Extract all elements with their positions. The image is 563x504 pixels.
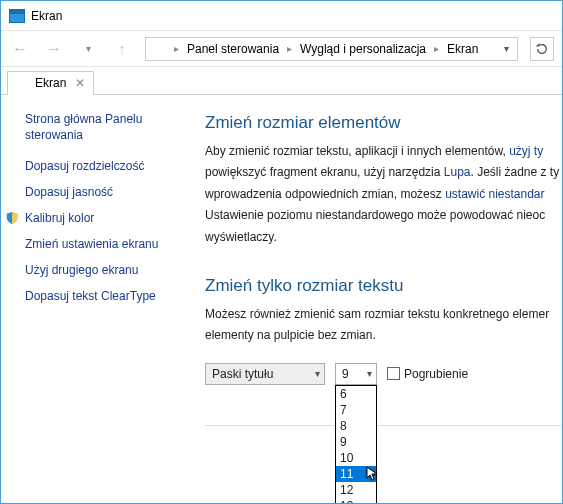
- tabstrip: Ekran ✕: [1, 67, 562, 95]
- forward-button[interactable]: →: [43, 38, 65, 60]
- up-button[interactable]: ↑: [111, 38, 133, 60]
- chevron-down-icon[interactable]: ▾: [504, 43, 513, 54]
- recent-dropdown[interactable]: ▾: [77, 38, 99, 60]
- link-magnifier[interactable]: Lupa: [444, 165, 471, 179]
- bold-checkbox-row[interactable]: Pogrubienie: [387, 363, 468, 385]
- chevron-right-icon: ▸: [172, 43, 181, 54]
- sidebar-link-label: Dopasuj rozdzielczość: [25, 159, 144, 173]
- link-use-these[interactable]: użyj ty: [509, 144, 543, 158]
- breadcrumb-seg-0[interactable]: Panel sterowania: [187, 42, 279, 56]
- size-dropdown-list[interactable]: 6789101112131415: [335, 385, 377, 504]
- chevron-down-icon: ▾: [367, 368, 372, 379]
- main-panel: Zmień rozmiar elementów Aby zmienić rozm…: [201, 95, 562, 504]
- size-option[interactable]: 9: [336, 434, 376, 450]
- titlebar: Ekran: [1, 1, 562, 31]
- chevron-down-icon: ▾: [315, 368, 320, 379]
- checkbox-icon[interactable]: [387, 367, 400, 380]
- breadcrumb-seg-2[interactable]: Ekran: [447, 42, 478, 56]
- breadcrumb[interactable]: ▸ Panel sterowania ▸ Wygląd i personaliz…: [145, 37, 518, 61]
- heading-resize-elements: Zmień rozmiar elementów: [205, 113, 562, 133]
- sidebar-link-label: Dopasuj jasność: [25, 185, 113, 199]
- chevron-right-icon: ▸: [285, 43, 294, 54]
- link-set-custom[interactable]: ustawić niestandar: [445, 187, 544, 201]
- checkbox-label: Pogrubienie: [404, 367, 468, 381]
- size-option[interactable]: 10: [336, 450, 376, 466]
- sidebar-link-display-settings[interactable]: Zmień ustawienia ekranu: [25, 237, 191, 251]
- paragraph: Aby zmienić rozmiar tekstu, aplikacji i …: [205, 143, 562, 160]
- paragraph: elementy na pulpicie bez zmian.: [205, 327, 562, 344]
- display-icon: [9, 9, 25, 23]
- content: Strona główna Panelu sterowania Dopasuj …: [1, 95, 562, 504]
- sidebar-home-link[interactable]: Strona główna Panelu sterowania: [25, 111, 191, 143]
- sidebar-link-second-screen[interactable]: Użyj drugiego ekranu: [25, 263, 191, 277]
- text: wprowadzenia odpowiednich zmian, możesz: [205, 187, 445, 201]
- back-button[interactable]: ←: [9, 38, 31, 60]
- paragraph: wyświetlaczy.: [205, 229, 562, 246]
- sidebar-link-resolution[interactable]: Dopasuj rozdzielczość: [25, 159, 191, 173]
- size-option[interactable]: 13: [336, 498, 376, 504]
- close-icon[interactable]: ✕: [75, 76, 85, 90]
- tab-label: Ekran: [35, 76, 66, 90]
- sidebar-link-calibrate[interactable]: Kalibruj kolor: [25, 211, 191, 225]
- size-option[interactable]: 7: [336, 402, 376, 418]
- breadcrumb-seg-1[interactable]: Wygląd i personalizacja: [300, 42, 426, 56]
- sidebar-link-cleartype[interactable]: Dopasuj tekst ClearType: [25, 289, 191, 303]
- sidebar-link-label: Użyj drugiego ekranu: [25, 263, 138, 277]
- text: . Jeśli żadne z ty: [470, 165, 559, 179]
- window-title: Ekran: [31, 9, 62, 23]
- size-option[interactable]: 8: [336, 418, 376, 434]
- sidebar: Strona główna Panelu sterowania Dopasuj …: [1, 95, 201, 504]
- combo-value: 9: [342, 367, 349, 381]
- sidebar-link-brightness[interactable]: Dopasuj jasność: [25, 185, 191, 199]
- navbar: ← → ▾ ↑ ▸ Panel sterowania ▸ Wygląd i pe…: [1, 31, 562, 67]
- paragraph: wprowadzenia odpowiednich zmian, możesz …: [205, 186, 562, 203]
- text: Aby zmienić rozmiar tekstu, aplikacji i …: [205, 144, 509, 158]
- paragraph: Możesz również zmienić sam rozmiar tekst…: [205, 306, 562, 323]
- size-combobox[interactable]: 9 ▾: [335, 363, 377, 385]
- element-combobox[interactable]: Paski tytułu ▾: [205, 363, 325, 385]
- paragraph: Ustawienie poziomu niestandardowego może…: [205, 207, 562, 224]
- heading-text-size-only: Zmień tylko rozmiar tekstu: [205, 276, 562, 296]
- controls-row: Paski tytułu ▾ 9 ▾ Pogrubienie 678910111…: [205, 363, 562, 385]
- size-option[interactable]: 12: [336, 482, 376, 498]
- display-icon: [150, 42, 166, 56]
- refresh-button[interactable]: [530, 37, 554, 61]
- separator: [205, 425, 562, 426]
- cursor-icon: [366, 466, 382, 482]
- size-option[interactable]: 6: [336, 386, 376, 402]
- paragraph: powiększyć fragment ekranu, użyj narzędz…: [205, 164, 562, 181]
- display-icon: [16, 77, 30, 89]
- combo-value: Paski tytułu: [212, 367, 273, 381]
- size-option[interactable]: 11: [336, 466, 376, 482]
- chevron-right-icon: ▸: [432, 43, 441, 54]
- text: powiększyć fragment ekranu, użyj narzędz…: [205, 165, 444, 179]
- sidebar-link-label: Zmień ustawienia ekranu: [25, 237, 158, 251]
- sidebar-link-label: Kalibruj kolor: [25, 211, 94, 225]
- shield-icon: [5, 211, 19, 225]
- tab-ekran[interactable]: Ekran ✕: [7, 71, 94, 95]
- sidebar-link-label: Dopasuj tekst ClearType: [25, 289, 156, 303]
